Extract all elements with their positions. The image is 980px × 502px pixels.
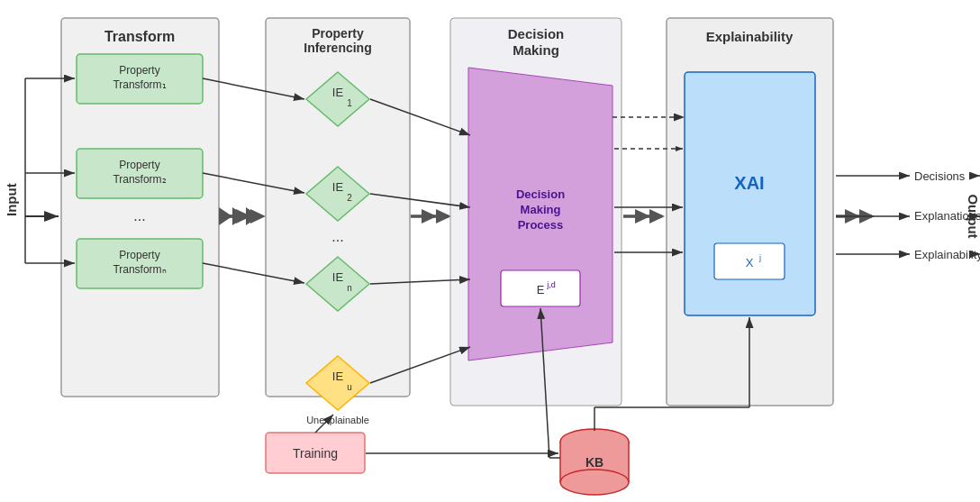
xai-label: XAI [734,173,764,193]
dm-process-label1: Decision [516,187,565,201]
xj-label: X [746,256,754,269]
property-transform-1-label: Property [119,64,159,77]
property-transform-n-label: Property [119,249,159,261]
ie1-sub: 1 [347,98,352,108]
xj-sub: j [758,253,761,262]
decision-making-label2: Making [513,42,559,58]
ien-label: IE [332,270,344,284]
explainability-label: Explainability [706,29,794,44]
property-inferencing-label2: Inferencing [304,41,371,55]
explainability-output-label: Explainability [914,248,980,261]
ieu-label: IE [332,370,344,383]
ie1-label: IE [332,86,344,99]
property-transform-n-sub: Transformₙ [113,263,166,276]
input-label: Input [4,183,19,216]
ien-sub: n [347,283,352,293]
ie2-label: IE [332,180,344,194]
svg-marker-20 [422,209,437,224]
property-inferencing-label1: Property [312,26,364,41]
property-transform-2-label: Property [119,159,159,171]
svg-marker-27 [635,209,650,224]
unexplainable-label: Unexplainable [306,415,369,425]
decision-making-label1: Decision [508,26,565,41]
explanations-label: Explanations [914,209,980,223]
svg-marker-19 [436,209,451,224]
diagram: Input Transform Property Transform₁ Prop… [0,0,980,502]
ejd-sub: j,d [546,280,556,289]
svg-marker-13 [250,209,266,224]
svg-marker-26 [649,209,665,224]
ie-dots: ... [331,229,343,244]
property-transform-1-sub: Transform₁ [113,78,166,91]
dm-process-label2: Making [521,203,561,216]
transform-dots: ... [133,208,145,224]
kb-label: KB [585,455,603,470]
dm-process-label3: Process [518,218,564,232]
property-transform-2-sub: Transform₂ [113,173,166,186]
decisions-label: Decisions [914,169,966,183]
training-label: Training [293,446,338,461]
ie2-sub: 2 [347,193,352,203]
ieu-sub: u [347,382,352,392]
transform-label: Transform [104,29,175,44]
kb-bottom [560,470,629,495]
ejd-label: E [537,283,545,297]
